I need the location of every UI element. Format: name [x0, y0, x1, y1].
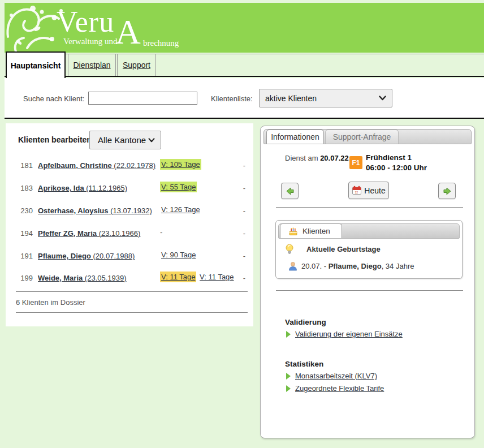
divider — [16, 291, 248, 292]
bullet-arrow-icon — [286, 331, 291, 338]
info-panel: Informationen Support-Anfrage Dienst am … — [260, 126, 475, 438]
vacation-link-2[interactable]: V: 11 Tage — [198, 272, 235, 282]
table-row: 194 Pfeffer ZG, Maria (23.10.1966) - - — [6, 227, 253, 240]
placeholder-dash: - — [243, 252, 245, 260]
arrow-right-icon — [442, 187, 452, 196]
client-name-link[interactable]: Weide, Maria (23.05.1939) — [38, 274, 127, 282]
tab-support-anfrage[interactable]: Support-Anfrage — [325, 130, 399, 144]
placeholder-dash: - — [243, 184, 245, 192]
birthday-heading: Aktuelle Geburtstage — [306, 245, 381, 253]
logo-tagline-left: Verwaltung und — [63, 37, 117, 46]
placeholder-dash: - — [243, 229, 245, 238]
vacation-link[interactable]: V: 11 Tage — [160, 272, 196, 282]
vacation-link[interactable]: V: 105 Tage — [160, 159, 201, 170]
statistiken-heading: Statistiken — [285, 360, 323, 368]
client-id: 191 — [11, 252, 33, 260]
placeholder-dash: - — [243, 161, 245, 170]
validierung-heading: Validierung — [285, 318, 326, 326]
client-id: 183 — [11, 184, 33, 192]
placeholder-dash: - — [243, 274, 245, 282]
table-row: 191 Pflaume, Diego (20.07.1988) V: 90 Ta… — [6, 250, 253, 262]
logo-text: Veru — [57, 7, 114, 37]
tab-support-label: Support — [123, 61, 150, 70]
tab-support[interactable]: Support — [117, 54, 156, 76]
app-header: Veru A Verwaltung und brechnung — [5, 3, 484, 53]
validierung-link-row: Validierung der eigenen Einsätze — [286, 330, 403, 338]
klienten-box: Klienten Aktuelle Geburtstage 20.07. - P… — [275, 220, 463, 279]
tab-hauptansicht[interactable]: Hauptansicht — [6, 51, 66, 78]
clients-count: 6 Klienten im Dossier — [16, 298, 85, 307]
vacation-link[interactable]: V: 126 Tage — [160, 204, 201, 215]
birthday-heading-row: Aktuelle Geburtstage — [285, 243, 381, 255]
birthday-entry-row: 20.07. - Pflaume, Diego, 34 Jahre — [288, 261, 414, 271]
klienten-box-tab[interactable]: Klienten — [280, 223, 342, 238]
birthday-entry: 20.07. - Pflaume, Diego, 34 Jahre — [301, 262, 414, 270]
divider — [16, 312, 248, 313]
divider — [276, 207, 463, 208]
monatsarbeitszeit-link[interactable]: Monatsarbeitszeit (KLV7) — [295, 372, 377, 380]
canton-select[interactable]: Alle Kantone — [89, 131, 161, 149]
clientlist-select[interactable]: aktive Klienten — [259, 89, 392, 107]
klienten-box-header: Klienten — [278, 223, 460, 239]
client-name-link[interactable]: Aprikose, Ida (11.12.1965) — [38, 184, 127, 192]
table-row: 230 Osterhase, Aloysius (13.07.1932) V: … — [6, 205, 253, 217]
vacation-value: - — [160, 228, 162, 236]
vacation-link[interactable]: V: 90 Tage — [160, 249, 197, 260]
chevron-down-icon — [148, 138, 155, 143]
client-id: 181 — [11, 161, 33, 170]
birthday-cake-icon — [288, 227, 298, 236]
client-id: 230 — [11, 206, 33, 215]
logo-big-letter: A — [115, 14, 141, 49]
chevron-down-icon — [379, 96, 386, 101]
next-day-button[interactable] — [438, 183, 456, 199]
arrow-left-icon — [285, 187, 295, 196]
today-button-label: Heute — [364, 186, 385, 195]
shift-badge: F1 — [349, 156, 362, 169]
search-label: Suche nach Klient: — [23, 94, 84, 103]
tab-dienstplan[interactable]: Dienstplan — [68, 54, 116, 76]
tab-dienstplan-label: Dienstplan — [73, 61, 110, 70]
client-search-input[interactable] — [88, 92, 197, 105]
statistik-link-row: Monatsarbeitszeit (KLV7) — [286, 372, 377, 380]
validierung-link[interactable]: Validierung der eigenen Einsätze — [295, 330, 403, 338]
client-id: 199 — [11, 274, 33, 282]
client-name-link[interactable]: Pfeffer ZG, Maria (23.10.1966) — [38, 229, 140, 238]
previous-day-button[interactable] — [281, 183, 299, 199]
svg-text:12: 12 — [355, 191, 358, 194]
person-icon — [288, 261, 297, 271]
placeholder-dash: - — [243, 206, 245, 215]
client-name-link[interactable]: Pflaume, Diego (20.07.1988) — [38, 252, 135, 260]
client-name-link[interactable]: Osterhase, Aloysius (13.07.1932) — [38, 206, 152, 215]
table-row: 183 Aprikose, Ida (11.12.1965) V: 55 Tag… — [6, 182, 253, 195]
info-tabbar: Informationen Support-Anfrage — [263, 129, 472, 144]
clientlist-select-value: aktive Klienten — [265, 94, 379, 103]
lightbulb-icon — [285, 243, 294, 255]
clients-panel-title: Klienten bearbeiten — [18, 135, 92, 144]
today-button[interactable]: 12 Heute — [348, 182, 389, 199]
client-id: 194 — [11, 229, 33, 238]
canton-select-value: Alle Kantone — [98, 135, 148, 145]
page: Veru A Verwaltung und brechnung Hauptans… — [0, 0, 484, 448]
main-tabstrip: Hauptansicht Dienstplan Support — [5, 53, 484, 77]
logo-tagline-right: brechnung — [143, 38, 179, 48]
search-bar: Suche nach Klient: Klientenliste: aktive… — [5, 78, 484, 119]
calendar-icon: 12 — [352, 186, 362, 195]
flexible-tarife-link[interactable]: Zugeordnete Flexible Tarife — [295, 384, 384, 393]
divider — [276, 290, 463, 291]
table-row: 181 Apfelbaum, Christine (22.02.1978) V:… — [6, 160, 253, 172]
clients-panel: Klienten bearbeiten Alle Kantone 181 Apf… — [6, 123, 253, 326]
statistik-link-row: Zugeordnete Flexible Tarife — [286, 384, 384, 393]
clientlist-label: Klientenliste: — [211, 94, 253, 103]
client-name-link[interactable]: Apfelbaum, Christine (22.02.1978) — [38, 161, 155, 170]
service-date-label: Dienst am 20.07.22: — [285, 154, 351, 162]
klienten-box-tab-label: Klienten — [302, 227, 330, 235]
tab-informationen[interactable]: Informationen — [266, 130, 324, 144]
bullet-arrow-icon — [286, 385, 291, 392]
bullet-arrow-icon — [286, 373, 291, 380]
shift-name: Frühdienst 106:00 - 12:00 Uhr — [366, 153, 427, 173]
vacation-link[interactable]: V: 55 Tage — [160, 182, 197, 192]
table-row: 199 Weide, Maria (23.05.1939) V: 11 Tage… — [6, 272, 253, 285]
clients-panel-header: Klienten bearbeiten Alle Kantone — [6, 131, 253, 149]
